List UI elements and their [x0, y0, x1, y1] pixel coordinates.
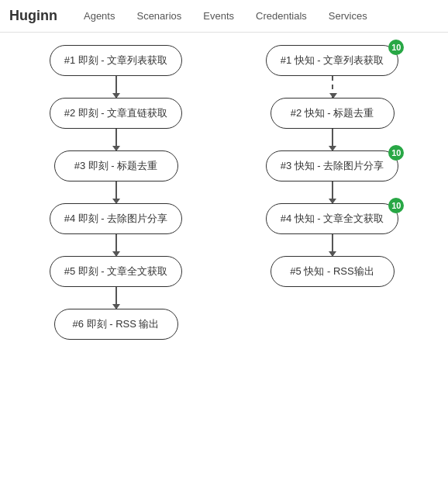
- left-node-4[interactable]: #4 即刻 - 去除图片分享: [50, 203, 183, 234]
- left-arrow-1: [115, 76, 117, 98]
- right-arrow-4: [332, 234, 333, 256]
- left-node-5-wrapper: #5 即刻 - 文章全文获取: [50, 256, 183, 287]
- right-badge-1: 10: [388, 40, 404, 55]
- nav-credentials[interactable]: Credentials: [245, 2, 318, 29]
- right-node-4[interactable]: #4 快知 - 文章全文获取 10: [266, 203, 399, 234]
- left-node-6-wrapper: #6 即刻 - RSS 输出: [54, 309, 178, 340]
- right-node-3[interactable]: #3 快知 - 去除图片分享 10: [266, 150, 399, 182]
- nav-events[interactable]: Events: [192, 2, 245, 29]
- right-badge-4: 10: [388, 198, 404, 213]
- flow-columns: #1 即刻 - 文章列表获取 #2 即刻 - 文章直链获取 #3 即刻 - 标题…: [16, 45, 432, 340]
- left-arrow-5: [115, 287, 117, 309]
- right-arrow-1: [332, 76, 333, 98]
- left-arrow-2: [115, 129, 117, 150]
- right-node-1[interactable]: #1 快知 - 文章列表获取 10: [266, 45, 399, 76]
- nav-services[interactable]: Services: [318, 2, 378, 29]
- right-node-5-wrapper: #5 快知 - RSS输出: [271, 256, 395, 287]
- navbar: Huginn Agents Scenarios Events Credentia…: [0, 0, 448, 33]
- left-node-3[interactable]: #3 即刻 - 标题去重: [54, 150, 178, 182]
- left-arrow-4: [115, 234, 117, 256]
- left-node-2-wrapper: #2 即刻 - 文章直链获取: [50, 98, 183, 129]
- right-node-1-wrapper: #1 快知 - 文章列表获取 10: [266, 45, 399, 76]
- left-node-6[interactable]: #6 即刻 - RSS 输出: [54, 309, 178, 340]
- nav-agents[interactable]: Agents: [73, 2, 126, 29]
- right-node-5[interactable]: #5 快知 - RSS输出: [271, 256, 395, 287]
- left-node-1-wrapper: #1 即刻 - 文章列表获取: [50, 45, 183, 76]
- right-node-2-wrapper: #2 快知 - 标题去重: [271, 98, 395, 129]
- left-node-5[interactable]: #5 即刻 - 文章全文获取: [50, 256, 183, 287]
- right-node-2[interactable]: #2 快知 - 标题去重: [271, 98, 395, 129]
- right-arrow-3: [332, 182, 333, 203]
- left-node-4-wrapper: #4 即刻 - 去除图片分享: [50, 203, 183, 234]
- left-column: #1 即刻 - 文章列表获取 #2 即刻 - 文章直链获取 #3 即刻 - 标题…: [16, 45, 216, 340]
- nav-links: Agents Scenarios Events Credentials Serv…: [73, 2, 378, 29]
- left-node-1[interactable]: #1 即刻 - 文章列表获取: [50, 45, 183, 76]
- left-arrow-3: [115, 182, 117, 203]
- right-badge-3: 10: [388, 145, 404, 161]
- left-node-2[interactable]: #2 即刻 - 文章直链获取: [50, 98, 183, 129]
- brand[interactable]: Huginn: [9, 8, 57, 24]
- main-content: #1 即刻 - 文章列表获取 #2 即刻 - 文章直链获取 #3 即刻 - 标题…: [0, 33, 448, 352]
- right-node-3-wrapper: #3 快知 - 去除图片分享 10: [266, 150, 399, 182]
- right-column: #1 快知 - 文章列表获取 10 #2 快知 - 标题去重 #3 快知 - 去…: [232, 45, 432, 340]
- left-node-3-wrapper: #3 即刻 - 标题去重: [54, 150, 178, 182]
- right-node-4-wrapper: #4 快知 - 文章全文获取 10: [266, 203, 399, 234]
- nav-scenarios[interactable]: Scenarios: [126, 2, 192, 29]
- right-arrow-2: [332, 129, 333, 150]
